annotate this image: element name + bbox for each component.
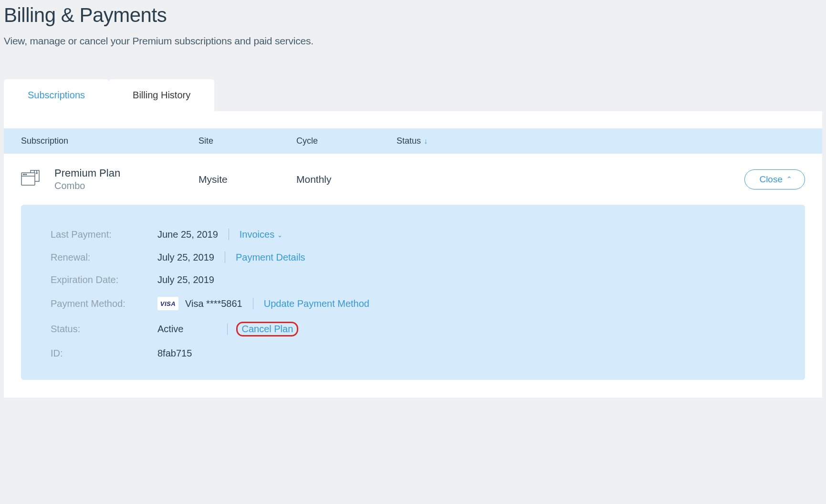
col-header-status-label: Status [397, 136, 421, 146]
payment-method-label: Payment Method: [51, 298, 157, 309]
site-pages-icon [21, 170, 40, 189]
expiration-label: Expiration Date: [51, 274, 157, 285]
detail-row-last-payment: Last Payment: June 25, 2019 Invoices ⌄ [51, 229, 775, 240]
chevron-down-icon: ⌄ [277, 231, 282, 239]
cancel-plan-link[interactable]: Cancel Plan [241, 324, 293, 335]
plan-subname: Combo [54, 180, 199, 191]
svg-point-4 [26, 174, 26, 175]
site-value: Mysite [199, 174, 296, 185]
payment-details-link[interactable]: Payment Details [236, 252, 305, 263]
detail-row-expiration: Expiration Date: July 25, 2019 [51, 274, 775, 285]
renewal-value: July 25, 2019 [157, 252, 214, 263]
invoices-link-label: Invoices [240, 229, 274, 240]
plan-name: Premium Plan [54, 167, 199, 179]
update-payment-method-link[interactable]: Update Payment Method [264, 298, 369, 309]
detail-panel: Last Payment: June 25, 2019 Invoices ⌄ R… [21, 205, 805, 380]
col-header-status[interactable]: Status ↓ [397, 136, 492, 146]
col-header-subscription[interactable]: Subscription [21, 136, 199, 146]
subscription-row: Premium Plan Combo Mysite Monthly Close … [4, 154, 822, 205]
detail-row-id: ID: 8fab715 [51, 348, 775, 359]
page-subtitle: View, manage or cancel your Premium subs… [0, 27, 826, 47]
renewal-label: Renewal: [51, 252, 157, 263]
divider [253, 298, 253, 309]
detail-row-status: Status: Active Cancel Plan [51, 322, 775, 336]
tabs: Subscriptions Billing History [4, 79, 826, 111]
last-payment-label: Last Payment: [51, 229, 157, 240]
close-button-label: Close [759, 174, 783, 185]
cancel-plan-highlight: Cancel Plan [236, 322, 298, 336]
last-payment-value: June 25, 2019 [157, 229, 218, 240]
page-title: Billing & Payments [0, 0, 826, 27]
status-label: Status: [51, 324, 157, 335]
chevron-up-icon: ⌃ [786, 175, 792, 183]
status-value: Active [157, 324, 183, 335]
detail-row-payment-method: Payment Method: VISA Visa ****5861 Updat… [51, 297, 775, 310]
expiration-value: July 25, 2019 [157, 274, 214, 285]
id-label: ID: [51, 348, 157, 359]
spacer [4, 111, 822, 128]
close-button[interactable]: Close ⌃ [744, 169, 805, 189]
svg-point-2 [23, 174, 23, 175]
col-header-site[interactable]: Site [199, 136, 296, 146]
table-header: Subscription Site Cycle Status ↓ [4, 128, 822, 154]
cycle-value: Monthly [296, 174, 397, 185]
col-header-cycle[interactable]: Cycle [296, 136, 397, 146]
id-value: 8fab715 [157, 348, 192, 359]
payment-method-value: Visa ****5861 [185, 298, 242, 309]
divider [229, 229, 229, 240]
divider [225, 252, 225, 263]
tab-subscriptions[interactable]: Subscriptions [4, 79, 109, 111]
content-area: Subscription Site Cycle Status ↓ [4, 111, 822, 398]
invoices-link[interactable]: Invoices ⌄ [240, 229, 282, 240]
sort-arrow-icon: ↓ [424, 137, 428, 146]
svg-point-3 [24, 174, 25, 175]
tab-billing-history[interactable]: Billing History [109, 79, 214, 111]
divider [227, 324, 228, 335]
detail-row-renewal: Renewal: July 25, 2019 Payment Details [51, 252, 775, 263]
visa-badge-icon: VISA [157, 297, 178, 310]
